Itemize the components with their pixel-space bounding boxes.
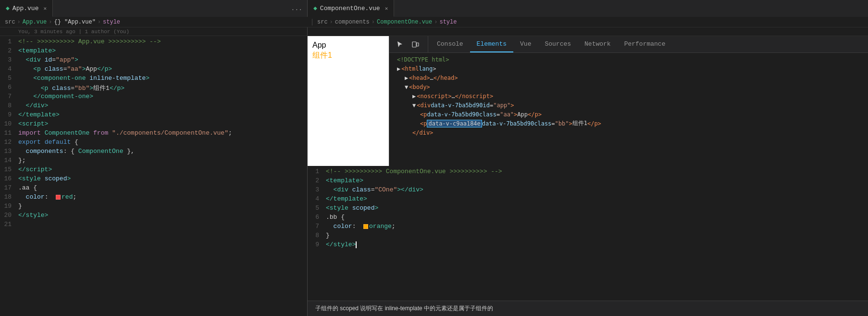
line-number: 20 — [0, 212, 18, 219]
code-line: 2<template> — [0, 47, 307, 56]
tab-console[interactable]: Console — [430, 36, 470, 52]
tab-component-one-vue[interactable]: ◆ ComponentOne.vue ✕ — [308, 0, 394, 17]
line-number: 7 — [0, 93, 18, 100]
main-area: 1<!-- >>>>>>>>>> App.vue >>>>>>>>>> -->2… — [0, 36, 868, 316]
line-content: .bb { — [326, 214, 863, 221]
line-number: 2 — [0, 47, 18, 54]
code-line: 19} — [0, 202, 307, 212]
code-line: 9</style> — [308, 241, 868, 250]
code-line: 8 </div> — [0, 102, 307, 111]
tab-network[interactable]: Network — [578, 36, 618, 52]
tab-bar: ◆ App.vue ✕ ... ◆ ComponentOne.vue ✕ — [0, 0, 868, 17]
line-content: color: red; — [18, 193, 302, 201]
devtools-dom-content[interactable]: <!DOCTYPE html>▶<html lang>▶<head>…</hea… — [389, 53, 868, 166]
code-area-right[interactable]: 1<!-- >>>>>>>>>> ComponentOne.vue >>>>>>… — [308, 166, 868, 301]
line-number: 1 — [0, 38, 18, 45]
dom-line: <p data-v-7ba5bd90 class="aa">App</p> — [389, 110, 868, 119]
line-number: 2 — [308, 177, 326, 184]
tab-elements[interactable]: Elements — [470, 36, 513, 52]
code-line: 1<!-- >>>>>>>>>> ComponentOne.vue >>>>>>… — [308, 168, 868, 177]
bc-js-left: {} "App.vue" — [54, 19, 95, 25]
line-number: 12 — [0, 139, 18, 146]
line-number: 4 — [0, 65, 18, 73]
tab-app-vue[interactable]: ◆ App.vue ✕ — [0, 0, 53, 17]
line-content: <template> — [326, 177, 863, 184]
tab-close-component[interactable]: ✕ — [385, 5, 388, 12]
preview-panel: App 组件1 — [308, 36, 389, 166]
code-line: 18 color: red; — [0, 193, 307, 202]
line-number: 5 — [0, 75, 18, 82]
code-line: 3 <div id="app"> — [0, 56, 307, 65]
bc-src-left: src — [5, 19, 15, 25]
code-line: 6.bb { — [308, 214, 868, 223]
code-line: 21 — [0, 221, 307, 230]
bc-sep3: › — [98, 19, 101, 25]
tab-close-app-vue[interactable]: ✕ — [43, 5, 47, 12]
line-number: 11 — [0, 129, 18, 137]
code-line: 13 components: { ComponentOne }, — [0, 148, 307, 157]
cursor-tool-button[interactable] — [393, 38, 407, 51]
line-number: 8 — [0, 102, 18, 109]
devtools-icon-group — [393, 36, 428, 52]
breadcrumb-bar: src › App.vue › {} "App.vue" › style src… — [0, 17, 868, 27]
code-area-left[interactable]: 1<!-- >>>>>>>>>> App.vue >>>>>>>>>> -->2… — [0, 36, 307, 316]
code-line: 5 <component-one inline-template> — [0, 75, 307, 84]
tab-more-left[interactable]: ... — [286, 0, 307, 17]
tab-performance[interactable]: Performance — [618, 36, 672, 52]
line-content: components: { ComponentOne }, — [18, 148, 302, 155]
line-content: </script> — [18, 166, 302, 173]
code-line: 17.aa { — [0, 184, 307, 193]
line-number: 21 — [0, 221, 18, 228]
line-content: <component-one inline-template> — [18, 75, 302, 82]
bc-sep5: › — [372, 19, 375, 25]
preview-comp1-text: 组件1 — [312, 51, 332, 61]
line-number: 16 — [0, 175, 18, 182]
line-number: 8 — [308, 232, 326, 239]
line-content: <p class="bb">组件1</p> — [18, 84, 302, 92]
code-line: 14}; — [0, 157, 307, 166]
device-toggle-button[interactable] — [409, 38, 422, 51]
line-number: 6 — [308, 214, 326, 221]
code-line: 6 <p class="bb">组件1</p> — [0, 84, 307, 93]
devtools-panel: Console Elements Vue Sources Network — [389, 36, 868, 166]
tab-bar-left: ◆ App.vue ✕ ... — [0, 0, 308, 17]
git-info-bar: You, 3 minutes ago | 1 author (You) — [0, 27, 868, 36]
svg-rect-0 — [412, 42, 416, 47]
bc-vue-right: ComponentOne.vue — [377, 19, 432, 25]
bottom-tooltip-bar: 子组件的 scoped 说明写在 inline-template 中的元素还是属… — [308, 301, 868, 316]
dom-line: ▶<noscript>…</noscript> — [389, 91, 868, 101]
line-content: <script> — [18, 120, 302, 127]
bc-sep2: › — [49, 19, 52, 25]
bc-sep6: › — [434, 19, 437, 25]
code-line: 7 color: orange; — [308, 223, 868, 232]
preview-app-text: App — [312, 41, 326, 50]
line-content: <style scoped> — [18, 175, 302, 182]
tab-vue[interactable]: Vue — [513, 36, 538, 52]
code-line: 20</style> — [0, 212, 307, 221]
tab-sources[interactable]: Sources — [538, 36, 578, 52]
line-number: 9 — [308, 241, 326, 248]
bc-sep4: › — [330, 19, 333, 25]
vue-icon: ◆ — [6, 4, 10, 12]
tab-bar-right: ◆ ComponentOne.vue ✕ — [308, 0, 868, 17]
line-number: 9 — [0, 111, 18, 118]
breadcrumb-right: src › components › ComponentOne.vue › st… — [312, 19, 863, 25]
code-line: 8} — [308, 232, 868, 241]
code-line: 16<style scoped> — [0, 175, 307, 184]
code-line: 10<script> — [0, 120, 307, 129]
right-panel: App 组件1 — [308, 36, 868, 316]
devtools-tab-bar: Console Elements Vue Sources Network — [389, 36, 868, 53]
dom-line: ▼<body> — [389, 82, 868, 91]
code-line: 15</script> — [0, 166, 307, 175]
line-number: 19 — [0, 202, 18, 210]
line-number: 10 — [0, 120, 18, 127]
bc-sep1: › — [17, 19, 21, 25]
line-content: <!-- >>>>>>>>>> ComponentOne.vue >>>>>>>… — [326, 168, 863, 175]
editor-right: 1<!-- >>>>>>>>>> ComponentOne.vue >>>>>>… — [308, 166, 868, 301]
tab-label: App.vue — [12, 5, 39, 12]
line-number: 1 — [308, 168, 326, 175]
dom-line: ▶<head>…</head> — [389, 73, 868, 82]
editor-left: 1<!-- >>>>>>>>>> App.vue >>>>>>>>>> -->2… — [0, 36, 308, 316]
tab-label-right: ComponentOne.vue — [320, 5, 380, 12]
line-content: }; — [18, 157, 302, 164]
